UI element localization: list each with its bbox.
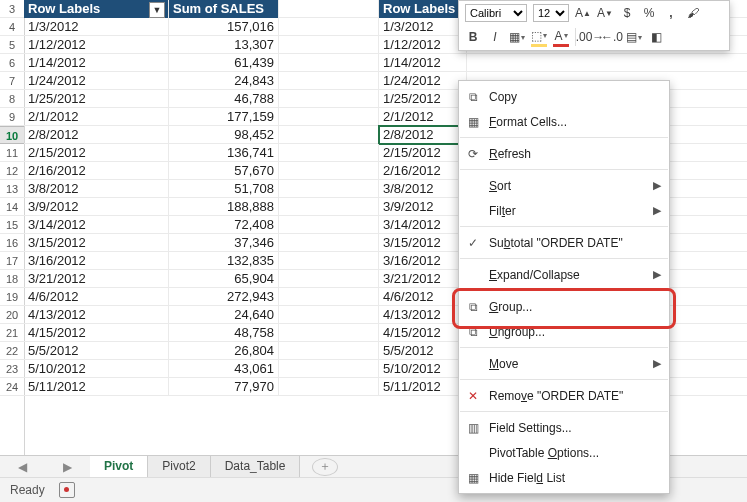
date-cell[interactable]: 3/21/2012 — [24, 270, 169, 288]
value-cell[interactable]: 46,788 — [169, 90, 279, 108]
decrease-decimal-icon[interactable]: ←.0 — [604, 29, 620, 45]
date-cell[interactable]: 2/15/2012 — [24, 144, 169, 162]
tab-nav-prev-icon[interactable]: ◀ — [18, 460, 27, 474]
menu-move[interactable]: Move▶ — [459, 351, 669, 376]
date-cell[interactable]: 3/14/2012 — [24, 216, 169, 234]
cell-styles-icon[interactable]: ◧ — [648, 29, 664, 45]
value-cell[interactable]: 65,904 — [169, 270, 279, 288]
menu-sort[interactable]: Sort▶ — [459, 173, 669, 198]
font-name-select[interactable]: Calibri — [465, 4, 527, 22]
menu-field-settings[interactable]: ▥Field Settings... — [459, 415, 669, 440]
date-cell[interactable]: 4/15/2012 — [24, 324, 169, 342]
date-cell[interactable]: 1/14/2012 — [24, 54, 169, 72]
date-cell-2[interactable]: 4/15/2012 — [379, 324, 467, 342]
sheet-tab[interactable]: Pivot — [90, 456, 148, 479]
accounting-format-icon[interactable]: $ — [619, 5, 635, 21]
date-cell[interactable]: 4/13/2012 — [24, 306, 169, 324]
italic-icon[interactable]: I — [487, 29, 503, 45]
comma-format-icon[interactable]: , — [663, 5, 679, 21]
value-cell[interactable]: 48,758 — [169, 324, 279, 342]
value-cell[interactable]: 188,888 — [169, 198, 279, 216]
format-painter-icon[interactable]: 🖌 — [685, 5, 701, 21]
value-cell[interactable]: 26,804 — [169, 342, 279, 360]
borders-icon[interactable]: ▦ — [509, 29, 525, 45]
pivot-row-labels-header-2[interactable]: Row Labels — [379, 0, 467, 18]
date-cell[interactable]: 3/16/2012 — [24, 252, 169, 270]
value-cell[interactable]: 98,452 — [169, 126, 279, 144]
value-cell[interactable]: 37,346 — [169, 234, 279, 252]
value-cell[interactable]: 77,970 — [169, 378, 279, 396]
pivot-row-labels-header[interactable]: Row Labels▼ — [24, 0, 169, 18]
date-cell-2[interactable]: 2/8/2012 — [379, 126, 467, 144]
value-cell[interactable]: 177,159 — [169, 108, 279, 126]
bold-icon[interactable]: B — [465, 29, 481, 45]
tab-nav[interactable]: ◀▶ — [0, 460, 90, 474]
date-cell[interactable]: 5/10/2012 — [24, 360, 169, 378]
date-cell[interactable]: 2/8/2012 — [24, 126, 169, 144]
date-cell-2[interactable]: 3/16/2012 — [379, 252, 467, 270]
date-cell[interactable]: 5/5/2012 — [24, 342, 169, 360]
date-cell-2[interactable]: 3/14/2012 — [379, 216, 467, 234]
decrease-font-icon[interactable]: A▼ — [597, 5, 613, 21]
date-cell-2[interactable]: 1/24/2012 — [379, 72, 467, 90]
menu-format-cells[interactable]: ▦Format Cells... — [459, 109, 669, 134]
font-color-icon[interactable]: A — [553, 28, 569, 47]
value-cell[interactable]: 43,061 — [169, 360, 279, 378]
date-cell[interactable]: 4/6/2012 — [24, 288, 169, 306]
date-cell-2[interactable]: 5/5/2012 — [379, 342, 467, 360]
fill-color-icon[interactable]: ⬚ — [531, 28, 547, 47]
menu-remove[interactable]: ✕Remove "ORDER DATE" — [459, 383, 669, 408]
date-cell-2[interactable]: 2/1/2012 — [379, 108, 467, 126]
value-cell[interactable]: 132,835 — [169, 252, 279, 270]
value-cell[interactable]: 272,943 — [169, 288, 279, 306]
date-cell-2[interactable]: 3/8/2012 — [379, 180, 467, 198]
date-cell[interactable]: 1/24/2012 — [24, 72, 169, 90]
value-cell[interactable]: 24,843 — [169, 72, 279, 90]
increase-decimal-icon[interactable]: .00→ — [582, 29, 598, 45]
date-cell-2[interactable]: 1/25/2012 — [379, 90, 467, 108]
date-cell-2[interactable]: 5/10/2012 — [379, 360, 467, 378]
date-cell[interactable]: 1/3/2012 — [24, 18, 169, 36]
value-cell[interactable]: 24,640 — [169, 306, 279, 324]
date-cell[interactable]: 2/16/2012 — [24, 162, 169, 180]
date-cell[interactable]: 2/1/2012 — [24, 108, 169, 126]
date-cell[interactable]: 1/25/2012 — [24, 90, 169, 108]
date-cell-2[interactable]: 2/16/2012 — [379, 162, 467, 180]
menu-hide-field-list[interactable]: ▦Hide Field List — [459, 465, 669, 490]
date-cell-2[interactable]: 1/3/2012 — [379, 18, 467, 36]
date-cell[interactable]: 1/12/2012 — [24, 36, 169, 54]
percent-format-icon[interactable]: % — [641, 5, 657, 21]
date-cell-2[interactable]: 2/15/2012 — [379, 144, 467, 162]
value-cell[interactable]: 72,408 — [169, 216, 279, 234]
date-cell-2[interactable]: 3/9/2012 — [379, 198, 467, 216]
date-cell-2[interactable]: 3/15/2012 — [379, 234, 467, 252]
menu-refresh[interactable]: ⟳Refresh — [459, 141, 669, 166]
increase-font-icon[interactable]: A▲ — [575, 5, 591, 21]
menu-filter[interactable]: Filter▶ — [459, 198, 669, 223]
menu-pivottable-options[interactable]: PivotTable Options... — [459, 440, 669, 465]
filter-dropdown-icon[interactable]: ▼ — [149, 2, 165, 18]
menu-expand-collapse[interactable]: Expand/Collapse▶ — [459, 262, 669, 287]
sheet-tab[interactable]: Data_Table — [211, 456, 301, 477]
value-cell[interactable]: 51,708 — [169, 180, 279, 198]
date-cell[interactable]: 3/8/2012 — [24, 180, 169, 198]
add-sheet-button[interactable]: ＋ — [312, 458, 338, 476]
date-cell[interactable]: 3/9/2012 — [24, 198, 169, 216]
date-cell-2[interactable]: 4/13/2012 — [379, 306, 467, 324]
menu-subtotal[interactable]: ✓Subtotal "ORDER DATE" — [459, 230, 669, 255]
date-cell-2[interactable]: 5/11/2012 — [379, 378, 467, 396]
date-cell-2[interactable]: 1/14/2012 — [379, 54, 467, 72]
merge-icon[interactable]: ▤ — [626, 29, 642, 45]
value-cell[interactable]: 61,439 — [169, 54, 279, 72]
date-cell[interactable]: 3/15/2012 — [24, 234, 169, 252]
date-cell-2[interactable]: 3/21/2012 — [379, 270, 467, 288]
date-cell-2[interactable]: 4/6/2012 — [379, 288, 467, 306]
sheet-tab[interactable]: Pivot2 — [148, 456, 210, 477]
value-cell[interactable]: 57,670 — [169, 162, 279, 180]
value-cell[interactable]: 157,016 — [169, 18, 279, 36]
menu-group[interactable]: ⧉Group... — [459, 294, 669, 319]
macro-record-icon[interactable] — [59, 482, 75, 498]
date-cell-2[interactable]: 1/12/2012 — [379, 36, 467, 54]
menu-ungroup[interactable]: ⧉Ungroup... — [459, 319, 669, 344]
font-size-select[interactable]: 12 — [533, 4, 569, 22]
